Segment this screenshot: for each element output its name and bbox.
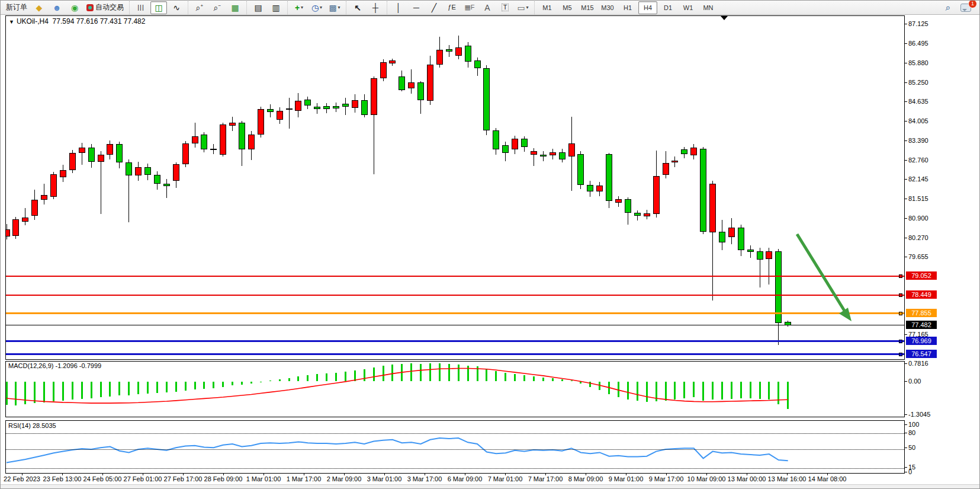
shapes-tool[interactable]: ▭▾ (515, 1, 531, 14)
candle-body (474, 60, 481, 68)
horizontal-line-tool[interactable]: ─ (408, 1, 425, 14)
candle-body (323, 106, 330, 109)
candle-body (521, 139, 528, 146)
timeframe-w1[interactable]: W1 (679, 1, 698, 14)
price-tick-label: 86.495 (908, 40, 928, 47)
period-clock-button[interactable]: ◷▾ (309, 1, 325, 14)
autotrade-button[interactable]: 自动交易 (84, 1, 126, 14)
macd-tick-label: 0.7816 (908, 360, 928, 367)
rsi-tick (905, 448, 907, 448)
timeframe-h1[interactable]: H1 (618, 1, 637, 14)
candle-wick (534, 148, 534, 166)
candlestick-chart-icon[interactable]: ◫ (150, 1, 167, 14)
horizontal-level-line[interactable] (6, 325, 905, 325)
price-chart-panel[interactable] (5, 15, 905, 360)
date-label: 1 Mar 17:00 (287, 475, 322, 482)
rsi-panel[interactable] (5, 420, 905, 474)
template-button[interactable]: ▩▾ (326, 1, 343, 14)
channel-tool[interactable]: ▦F (461, 1, 478, 14)
macd-signal-line (6, 362, 905, 417)
chat-icon[interactable]: 1 (957, 1, 974, 14)
line-end-marker (899, 340, 902, 343)
candle-body (465, 46, 471, 62)
candle-body (201, 135, 207, 149)
price-tick (905, 199, 907, 199)
candle-body (606, 154, 612, 201)
timeframe-m5[interactable]: M5 (558, 1, 577, 14)
candle-body (248, 135, 255, 149)
candle-body (60, 170, 66, 177)
timeframe-m15[interactable]: M15 (578, 1, 597, 14)
timeframe-h4[interactable]: H4 (638, 1, 657, 14)
fibonacci-tool[interactable]: ƒE (444, 1, 460, 14)
price-tick-label: 82.760 (908, 156, 928, 164)
search-icon[interactable]: ⌕ (940, 1, 956, 14)
candle-body (192, 136, 198, 143)
timeframe-mn[interactable]: MN (699, 1, 718, 14)
autotrade-icon (86, 4, 94, 11)
horizontal-level-line[interactable] (6, 353, 905, 355)
horizontal-level-line[interactable] (6, 312, 905, 314)
add-indicator-button[interactable]: +▾ (291, 1, 307, 14)
candle-body (644, 213, 650, 216)
candle-body (427, 65, 433, 101)
candle-body (210, 149, 217, 150)
chevron-down-icon: ▾ (320, 5, 322, 10)
symbol-dropdown-icon[interactable]: ▼ (9, 19, 14, 25)
candle-body (663, 163, 669, 175)
candle-body (267, 109, 274, 112)
timeframe-d1[interactable]: D1 (658, 1, 677, 14)
text-label-tool[interactable]: T (497, 1, 513, 14)
chart-shift-marker (721, 16, 728, 24)
timeframe-m30[interactable]: M30 (598, 1, 617, 14)
macd-panel[interactable] (5, 361, 905, 417)
candle-body (738, 228, 744, 250)
price-tick-label: 79.655 (908, 253, 928, 260)
trendline-tool[interactable]: ╱ (426, 1, 442, 14)
candle-body (126, 162, 132, 175)
rsi-level-line (6, 449, 905, 450)
price-line-chip: 76.969 (906, 337, 937, 345)
arrange-charts-icon[interactable]: ▤ (250, 1, 266, 14)
line-end-marker (899, 312, 902, 315)
rsi-level-line (6, 433, 905, 434)
text-tool[interactable]: A (479, 1, 496, 14)
crosshair-tool[interactable]: ┼ (367, 1, 384, 14)
candle-body (493, 130, 499, 149)
candle-wick (44, 184, 44, 204)
candle-body (229, 123, 236, 126)
horizontal-level-line[interactable] (6, 295, 905, 296)
zoom-in-icon[interactable]: ⌕+ (191, 1, 208, 14)
price-line-chip: 77.482 (906, 321, 937, 329)
candle-body (719, 232, 725, 242)
zoom-out-icon[interactable]: ⌕− (209, 1, 226, 14)
candle-body (625, 199, 631, 213)
notification-badge: 1 (968, 0, 977, 8)
cascade-charts-icon[interactable]: ▥ (268, 1, 284, 14)
market-watch-icon[interactable]: ◆ (31, 1, 47, 14)
horizontal-level-line[interactable] (6, 340, 905, 342)
price-tick (905, 24, 907, 24)
candle-body (135, 167, 142, 175)
profile-icon[interactable]: ☻ (49, 1, 65, 14)
timeframe-m1[interactable]: M1 (538, 1, 557, 14)
date-label: 7 Mar 17:00 (528, 475, 563, 482)
signal-icon[interactable]: ◉ (66, 1, 83, 14)
bar-chart-icon[interactable]: ||| (133, 1, 149, 14)
price-line-chip: 76.547 (906, 350, 937, 358)
candle-body (220, 124, 226, 155)
new-order-button[interactable]: 新订单 (4, 1, 30, 14)
timeframe-group: M1M5M15M30H1H4D1W1MN (534, 1, 721, 14)
macd-tick (905, 363, 907, 364)
line-chart-icon[interactable]: ∿ (168, 1, 185, 14)
cursor-tool[interactable]: ↖ (349, 1, 366, 14)
date-label: 13 Mar 00:00 (728, 475, 766, 482)
price-tick (905, 63, 907, 63)
vertical-line-tool[interactable]: │ (390, 1, 407, 14)
price-line-chip: 79.052 (906, 271, 937, 280)
price-tick (905, 43, 907, 44)
date-label: 3 Mar 01:00 (367, 475, 402, 482)
horizontal-level-line[interactable] (6, 276, 905, 277)
candle-body (540, 155, 547, 157)
tile-windows-icon[interactable]: ▦ (227, 1, 243, 14)
